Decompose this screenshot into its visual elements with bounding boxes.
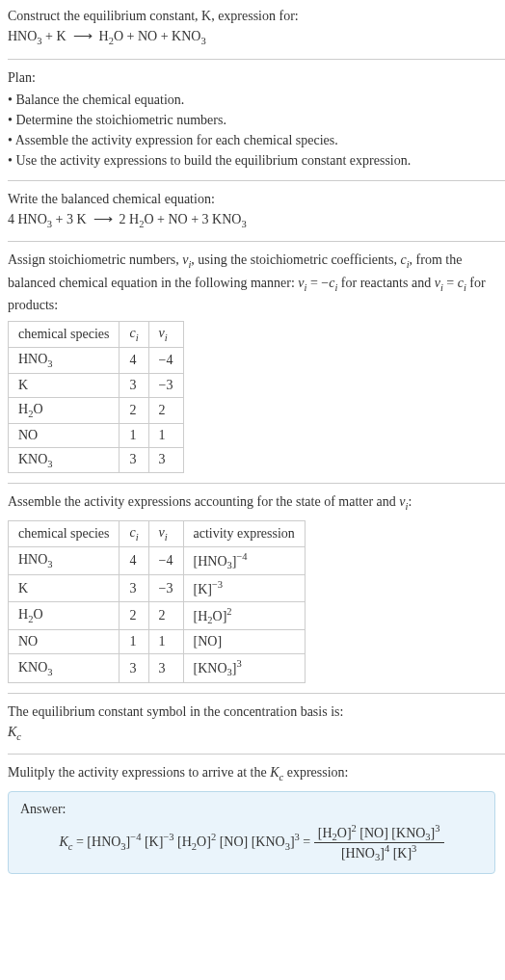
cell-activity: [K]−3	[183, 575, 305, 602]
stoich-table: chemical species ci νi HNO3 4 −4 K 3 −3 …	[8, 321, 184, 473]
answer-denominator: [HNO3]4 [K]3	[314, 843, 444, 862]
cell-vi: −3	[148, 373, 183, 397]
activity-table: chemical species ci νi activity expressi…	[8, 520, 306, 683]
answer-equation: Kc = [HNO3]−4 [K]−3 [H2O]2 [NO] [KNO3]3 …	[20, 823, 483, 863]
balanced-equation: 4 HNO3 + 3 K ⟶ 2 H2O + NO + 3 KNO3	[8, 209, 505, 232]
table-row: H2O 2 2 [H2O]2	[9, 601, 306, 629]
cell-species: NO	[9, 630, 120, 654]
col-ci: ci	[120, 322, 148, 348]
table-row: H2O 2 2	[9, 397, 184, 423]
cell-activity: [KNO3]3	[183, 654, 305, 682]
table-row: KNO3 3 3 [KNO3]3	[9, 654, 306, 682]
prompt-line1: Construct the equilibrium constant, K, e…	[8, 6, 505, 26]
col-species: chemical species	[9, 322, 120, 348]
balanced-heading: Write the balanced chemical equation:	[8, 189, 505, 209]
cell-vi: 1	[148, 630, 183, 654]
cell-vi: −3	[148, 575, 183, 602]
cell-species: KNO3	[9, 654, 120, 682]
answer-label: Answer:	[20, 802, 483, 817]
activity-intro: Assemble the activity expressions accoun…	[8, 491, 505, 515]
plan-bullet: • Use the activity expressions to build …	[8, 150, 505, 171]
table-row: K 3 −3	[9, 373, 184, 397]
plan-bullet: • Determine the stoichiometric numbers.	[8, 110, 505, 130]
prompt-equation: HNO3 + K ⟶ H2O + NO + KNO3	[8, 26, 505, 49]
cell-ci: 3	[120, 575, 148, 602]
table-row: HNO3 4 −4 [HNO3]−4	[9, 546, 306, 574]
cell-ci: 1	[120, 630, 148, 654]
stoich-section: Assign stoichiometric numbers, νi, using…	[8, 241, 505, 473]
cell-vi: −4	[148, 546, 183, 574]
plan-bullets: • Balance the chemical equation. • Deter…	[8, 90, 505, 171]
cell-vi: 2	[148, 397, 183, 423]
col-vi: νi	[148, 322, 183, 348]
activity-section: Assemble the activity expressions accoun…	[8, 483, 505, 682]
col-vi: νi	[148, 520, 183, 546]
stoich-intro: Assign stoichiometric numbers, νi, using…	[8, 250, 505, 315]
cell-species: NO	[9, 423, 120, 447]
cell-activity: [NO]	[183, 630, 305, 654]
answer-numerator: [H2O]2 [NO] [KNO3]3	[314, 823, 444, 843]
plan-bullet: • Assemble the activity expression for e…	[8, 130, 505, 150]
col-activity: activity expression	[183, 520, 305, 546]
answer-lhs: Kc = [HNO3]−4 [K]−3 [H2O]2 [NO] [KNO3]3 …	[59, 834, 313, 849]
balanced-section: Write the balanced chemical equation: 4 …	[8, 180, 505, 232]
cell-species: H2O	[9, 601, 120, 629]
answer-fraction: [H2O]2 [NO] [KNO3]3 [HNO3]4 [K]3	[314, 823, 444, 863]
cell-vi: 2	[148, 601, 183, 629]
plan-bullet: • Balance the chemical equation.	[8, 90, 505, 110]
cell-vi: 3	[148, 654, 183, 682]
kc-symbol: Kc	[8, 722, 505, 745]
kc-symbol-text: The equilibrium constant symbol in the c…	[8, 702, 505, 722]
cell-vi: −4	[148, 347, 183, 373]
answer-box: Answer: Kc = [HNO3]−4 [K]−3 [H2O]2 [NO] …	[8, 791, 495, 874]
table-row: NO 1 1	[9, 423, 184, 447]
col-species: chemical species	[9, 520, 120, 546]
cell-ci: 2	[120, 397, 148, 423]
cell-ci: 3	[120, 447, 148, 473]
prompt-section: Construct the equilibrium constant, K, e…	[8, 6, 505, 49]
cell-ci: 1	[120, 423, 148, 447]
multiply-intro: Mulitply the activity expressions to arr…	[8, 762, 505, 785]
cell-ci: 3	[120, 373, 148, 397]
cell-species: HNO3	[9, 347, 120, 373]
table-header-row: chemical species ci νi activity expressi…	[9, 520, 306, 546]
table-header-row: chemical species ci νi	[9, 322, 184, 348]
cell-vi: 3	[148, 447, 183, 473]
plan-heading: Plan:	[8, 67, 505, 88]
cell-ci: 2	[120, 601, 148, 629]
cell-ci: 3	[120, 654, 148, 682]
cell-vi: 1	[148, 423, 183, 447]
cell-activity: [H2O]2	[183, 601, 305, 629]
cell-species: K	[9, 575, 120, 602]
answer-section: Mulitply the activity expressions to arr…	[8, 754, 505, 873]
cell-species: H2O	[9, 397, 120, 423]
cell-species: HNO3	[9, 546, 120, 574]
cell-activity: [HNO3]−4	[183, 546, 305, 574]
cell-ci: 4	[120, 347, 148, 373]
table-row: HNO3 4 −4	[9, 347, 184, 373]
table-row: NO 1 1 [NO]	[9, 630, 306, 654]
cell-species: KNO3	[9, 447, 120, 473]
col-ci: ci	[120, 520, 148, 546]
plan-section: Plan: • Balance the chemical equation. •…	[8, 59, 505, 171]
kc-symbol-section: The equilibrium constant symbol in the c…	[8, 693, 505, 745]
cell-species: K	[9, 373, 120, 397]
table-row: K 3 −3 [K]−3	[9, 575, 306, 602]
cell-ci: 4	[120, 546, 148, 574]
table-row: KNO3 3 3	[9, 447, 184, 473]
